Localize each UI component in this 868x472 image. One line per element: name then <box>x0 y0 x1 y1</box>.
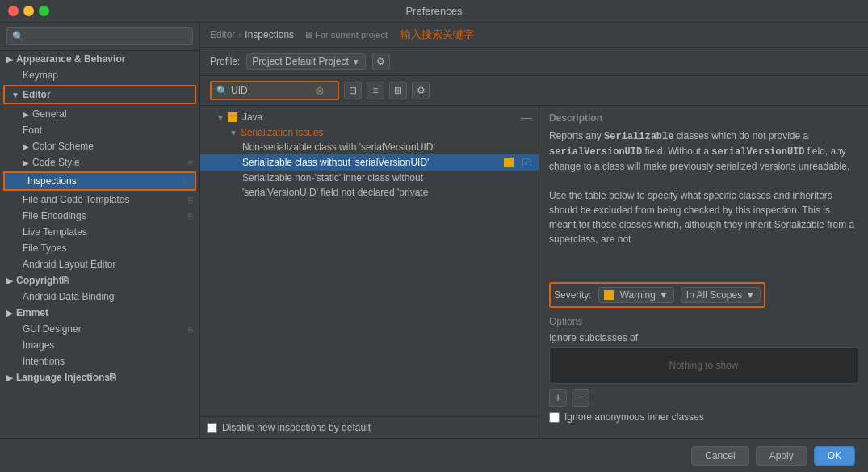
sidebar-item-label: Emmet <box>16 307 48 318</box>
profile-value: Project Default Project <box>252 56 348 67</box>
close-button[interactable] <box>8 6 19 16</box>
severity-color-swatch <box>604 290 614 300</box>
sidebar: ▶ Appearance & Behavior Keymap ▼ Editor … <box>0 23 200 438</box>
badge-icon: ⎘ <box>188 158 193 167</box>
sidebar-item-label: Images <box>23 339 54 351</box>
search-hint-text: 输入搜索关键字 <box>400 27 474 42</box>
sidebar-item-label: Intentions <box>23 356 65 367</box>
bottom-bar: Cancel Apply OK <box>0 438 868 472</box>
collapse-icon[interactable]: — <box>521 111 532 124</box>
tree-item-label: Serializable non-'static' inner class wi… <box>242 172 532 183</box>
arrow-icon: ▶ <box>23 142 29 151</box>
badge-icon: ⎘ <box>188 212 193 221</box>
tree-item-non-serializable[interactable]: Non-serializable class with 'serialVersi… <box>200 140 539 154</box>
tree-item-java[interactable]: ▼ Java — <box>200 109 539 125</box>
nothing-to-show: Nothing to show <box>669 360 738 371</box>
arrow-icon: ▶ <box>23 110 29 119</box>
breadcrumb-inspections: Inspections <box>245 29 294 40</box>
cancel-button[interactable]: Cancel <box>691 446 748 466</box>
disable-new-inspections-label[interactable]: Disable new inspections by default <box>207 422 371 433</box>
collapse-all-button[interactable]: ⊞ <box>389 82 407 99</box>
search-box: 🔍 ⊗ <box>210 81 339 100</box>
sidebar-item-intentions[interactable]: Intentions <box>0 353 199 369</box>
sidebar-item-inspections[interactable]: Inspections ⎘ <box>3 171 196 191</box>
badge-icon: ⎘ <box>62 275 68 286</box>
sidebar-search-input[interactable] <box>6 27 193 45</box>
severity-dropdown[interactable]: Warning ▼ <box>598 287 674 303</box>
sidebar-item-android-layout-editor[interactable]: Android Layout Editor <box>0 256 199 272</box>
badge-icon: ⎘ <box>188 325 193 334</box>
profile-label: Profile: <box>210 56 240 67</box>
gear-button[interactable]: ⚙ <box>372 53 390 70</box>
sidebar-search-area[interactable] <box>0 23 199 51</box>
ignore-subclasses-label: Ignore subclasses of <box>549 332 858 343</box>
sidebar-item-editor[interactable]: ▼ Editor <box>3 85 196 104</box>
ok-button[interactable]: OK <box>814 446 855 466</box>
profile-dropdown[interactable]: Project Default Project ▼ <box>246 53 365 70</box>
sidebar-item-color-scheme[interactable]: ▶ Color Scheme <box>0 138 199 154</box>
profile-row: Profile: Project Default Project ▼ ⚙ <box>200 48 868 76</box>
apply-button[interactable]: Apply <box>756 446 807 466</box>
clear-icon[interactable]: ⊗ <box>315 84 325 97</box>
sidebar-item-emmet[interactable]: ▶ Emmet <box>0 305 199 321</box>
for-current-project: 🖥 For current project <box>304 30 388 40</box>
ignore-anonymous-checkbox[interactable] <box>549 412 560 423</box>
window-controls <box>8 6 49 16</box>
ignore-anonymous-label: Ignore anonymous inner classes <box>564 411 704 423</box>
color-swatch <box>228 112 237 122</box>
sidebar-item-general[interactable]: ▶ General <box>0 106 199 122</box>
settings-button[interactable]: ⚙ <box>412 82 430 99</box>
title-bar: Preferences <box>0 0 868 23</box>
dropdown-arrow-icon: ▼ <box>745 289 755 301</box>
sidebar-item-file-types[interactable]: File Types <box>0 240 199 256</box>
tree-item-serialization[interactable]: ▼ Serialization issues <box>200 125 539 140</box>
minimize-button[interactable] <box>23 6 34 16</box>
sidebar-item-label: Code Style <box>32 157 80 168</box>
tree-item-non-static[interactable]: Serializable non-'static' inner class wi… <box>200 171 539 185</box>
sidebar-item-label: Inspections <box>27 175 77 187</box>
scope-dropdown[interactable]: In All Scopes ▼ <box>681 287 761 303</box>
arrow-icon: ▼ <box>229 129 237 137</box>
add-button[interactable]: + <box>549 389 567 407</box>
tree-item-label: Serialization issues <box>241 127 532 138</box>
search-input[interactable] <box>231 85 312 96</box>
tree-item-serializable-without[interactable]: Serializable class without 'serialVersio… <box>200 154 539 171</box>
disable-label-text: Disable new inspections by default <box>222 422 371 433</box>
ignore-list: Nothing to show <box>549 347 858 384</box>
sidebar-item-file-encodings[interactable]: File Encodings ⎘ <box>0 208 199 224</box>
sidebar-item-gui-designer[interactable]: GUI Designer ⎘ <box>0 321 199 337</box>
sidebar-item-code-style[interactable]: ▶ Code Style ⎘ <box>0 154 199 171</box>
sidebar-item-keymap[interactable]: Keymap <box>0 67 199 83</box>
dropdown-arrow-icon: ▼ <box>352 57 360 66</box>
maximize-button[interactable] <box>39 6 49 16</box>
tree-content: ▼ Java — ▼ Serialization issues Non <box>200 106 539 416</box>
sidebar-item-label: Android Data Binding <box>23 291 114 302</box>
sidebar-item-language-injections[interactable]: ▶ Language Injections ⎘ <box>0 369 199 386</box>
badge-icon: ⎘ <box>188 196 193 204</box>
arrow-icon: ▶ <box>23 158 29 167</box>
arrow-icon: ▶ <box>6 373 13 382</box>
sidebar-item-font[interactable]: Font <box>0 122 199 138</box>
sidebar-item-label: Appearance & Behavior <box>16 53 125 65</box>
disable-new-inspections-checkbox[interactable] <box>207 423 217 433</box>
breadcrumb-separator: › <box>238 29 241 40</box>
check-icon[interactable]: ☑ <box>522 156 532 169</box>
sidebar-item-label: Editor <box>23 89 51 100</box>
remove-button[interactable]: − <box>572 389 589 407</box>
window-title: Preferences <box>405 5 462 17</box>
tree-item-not-declared-private[interactable]: 'serialVersionUID' field not declared 'p… <box>200 185 539 200</box>
arrow-icon: ▶ <box>6 276 13 285</box>
sidebar-item-file-code-templates[interactable]: File and Code Templates ⎘ <box>0 192 199 208</box>
sidebar-item-copyright[interactable]: ▶ Copyright ⎘ <box>0 272 199 289</box>
sidebar-item-android-data-binding[interactable]: Android Data Binding <box>0 289 199 305</box>
severity-label: Severity: <box>554 289 592 301</box>
filter-button[interactable]: ⊟ <box>344 82 362 99</box>
ignore-anonymous-row: Ignore anonymous inner classes <box>549 411 858 423</box>
sidebar-item-label: GUI Designer <box>23 323 82 335</box>
sidebar-item-live-templates[interactable]: Live Templates <box>0 224 199 240</box>
sidebar-item-appearance[interactable]: ▶ Appearance & Behavior <box>0 51 199 67</box>
badge-icon: ⎘ <box>183 177 188 186</box>
sidebar-item-images[interactable]: Images <box>0 337 199 353</box>
color-swatch <box>504 158 514 167</box>
expand-all-button[interactable]: ≡ <box>367 82 384 99</box>
